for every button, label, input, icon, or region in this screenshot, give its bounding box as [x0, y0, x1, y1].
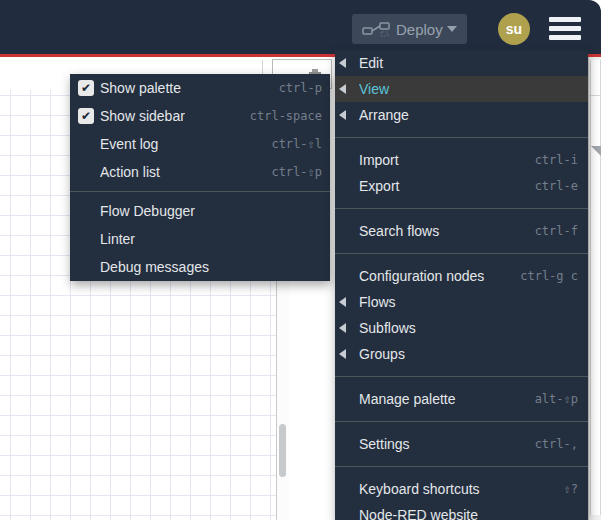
sidebar-divider [589, 95, 601, 96]
menu-item-shortcut: alt-⇧p [535, 392, 578, 406]
hamburger-icon-bar [549, 26, 581, 31]
menu-item-shortcut: ctrl-⇧p [271, 165, 322, 179]
submenu-arrow-icon [339, 84, 346, 94]
menu-item-label: Action list [100, 164, 271, 180]
submenu-arrow-icon [339, 297, 346, 307]
user-avatar[interactable]: su [498, 13, 530, 45]
menu-item-search-flows[interactable]: Search flowsctrl-f [335, 218, 588, 244]
menu-item-shortcut: ctrl-p [279, 81, 322, 95]
menu-item-label: Import [359, 152, 535, 168]
menu-item-manage-palette[interactable]: Manage palettealt-⇧p [335, 386, 588, 412]
sidebar-scrollbar[interactable] [590, 60, 601, 515]
menu-item-keyboard-shortcuts[interactable]: Keyboard shortcuts⇧? [335, 476, 588, 502]
menu-item-show-sidebar[interactable]: ✔Show sidebarctrl-space [70, 102, 330, 130]
menu-item-label: Show sidebar [100, 108, 250, 124]
menu-item-groups[interactable]: Groups [335, 341, 588, 367]
menu-item-label: Arrange [359, 107, 588, 123]
submenu-arrow-icon [339, 323, 346, 333]
menu-item-import[interactable]: Importctrl-i [335, 147, 588, 173]
checkbox-checked-icon: ✔ [78, 80, 94, 96]
menu-item-label: Show palette [100, 80, 279, 96]
menu-item-label: Subflows [359, 320, 588, 336]
submenu-arrow-icon [339, 349, 346, 359]
menu-item-label: Edit [359, 55, 588, 71]
menu-divider [335, 376, 588, 377]
deploy-nodes-icon [362, 21, 390, 37]
menu-item-configuration-nodes[interactable]: Configuration nodesctrl-g c [335, 263, 588, 289]
menu-item-subflows[interactable]: Subflows [335, 315, 588, 341]
menu-item-label: Flow Debugger [100, 203, 330, 219]
menu-item-shortcut: ⇧? [564, 482, 578, 496]
submenu-arrow-icon [339, 58, 346, 68]
checkbox-checked-icon: ✔ [78, 108, 94, 124]
menu-item-debug-messages[interactable]: Debug messages [70, 253, 330, 281]
deploy-dropdown-caret-icon[interactable] [447, 26, 457, 32]
menu-item-shortcut: ctrl-e [535, 179, 578, 193]
menu-item-shortcut: ctrl-⇧l [271, 137, 322, 151]
menu-item-show-palette[interactable]: ✔Show palettectrl-p [70, 74, 330, 102]
scrollbar-thumb[interactable] [279, 424, 286, 477]
menu-item-shortcut: ctrl-g c [520, 269, 578, 283]
menu-item-label: Settings [359, 436, 535, 452]
menu-divider [70, 191, 330, 192]
menu-item-arrange[interactable]: Arrange [335, 102, 588, 128]
menu-item-label: Debug messages [100, 259, 330, 275]
menu-item-shortcut: ctrl-f [535, 224, 578, 238]
menu-divider [335, 137, 588, 138]
main-menu-button[interactable] [549, 17, 581, 40]
menu-item-label: Event log [100, 136, 271, 152]
hamburger-icon-bar [549, 17, 581, 22]
menu-divider [335, 253, 588, 254]
menu-item-label: Manage palette [359, 391, 535, 407]
menu-item-shortcut: ctrl-, [535, 437, 578, 451]
sidebar-strip [588, 57, 601, 520]
menu-item-label: Flows [359, 294, 588, 310]
menu-item-node-red-website[interactable]: Node-RED website [335, 502, 588, 520]
menu-item-flows[interactable]: Flows [335, 289, 588, 315]
main-menu-dropdown: EditViewArrangeImportctrl-iExportctrl-eS… [335, 50, 588, 520]
submenu-arrow-icon [339, 110, 346, 120]
avatar-initials: su [506, 21, 522, 37]
menu-divider [335, 421, 588, 422]
menu-divider [335, 208, 588, 209]
menu-item-action-list[interactable]: Action listctrl-⇧p [70, 158, 330, 186]
menu-item-label: Linter [100, 231, 330, 247]
menu-item-linter[interactable]: Linter [70, 225, 330, 253]
menu-item-label: Node-RED website [359, 507, 588, 520]
menu-item-label: Groups [359, 346, 588, 362]
hamburger-icon-bar [549, 35, 581, 40]
menu-item-settings[interactable]: Settingsctrl-, [335, 431, 588, 457]
menu-item-edit[interactable]: Edit [335, 50, 588, 76]
menu-divider [335, 466, 588, 467]
menu-item-label: View [359, 81, 588, 97]
menu-item-event-log[interactable]: Event logctrl-⇧l [70, 130, 330, 158]
app-header: Deploy su [0, 0, 601, 57]
menu-item-label: Keyboard shortcuts [359, 481, 564, 497]
view-submenu: ✔Show palettectrl-p✔Show sidebarctrl-spa… [70, 74, 330, 281]
menu-item-label: Export [359, 178, 535, 194]
sidebar-resize-grip-icon [591, 146, 601, 156]
deploy-button-label: Deploy [396, 21, 443, 38]
menu-item-label: Search flows [359, 223, 535, 239]
deploy-button[interactable]: Deploy [352, 14, 467, 44]
menu-item-view[interactable]: View [335, 76, 588, 102]
menu-item-shortcut: ctrl-i [535, 153, 578, 167]
menu-item-shortcut: ctrl-space [250, 109, 322, 123]
menu-item-export[interactable]: Exportctrl-e [335, 173, 588, 199]
node-red-editor: Deploy su ✔Show palettectrl-p✔Show sideb… [0, 0, 601, 520]
menu-item-flow-debugger[interactable]: Flow Debugger [70, 197, 330, 225]
menu-item-label: Configuration nodes [359, 268, 520, 284]
